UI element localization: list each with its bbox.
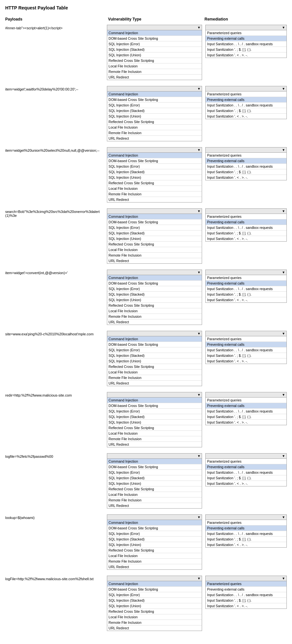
chevron-down-icon[interactable]: ▼ [197,271,201,274]
vulnerability-option[interactable]: URL Redirect [107,75,202,80]
remediation-dropdown[interactable]: ▼Parameterized queriesPreventing externa… [205,331,287,364]
vulnerability-option[interactable]: Reflected Cross Site Scripting [107,180,202,186]
vulnerability-dropdown[interactable]: ▼Command InjectionDOM-based Cross Site S… [107,576,202,631]
remediation-option[interactable]: Parameterized queries [206,275,286,281]
remediation-option[interactable]: Input Sanitization '. ; $. [ ]. ( ). [206,537,286,542]
chevron-down-icon[interactable]: ▼ [282,515,285,519]
vulnerability-option[interactable]: SQL Injection (Union) [107,420,202,425]
vulnerability-option[interactable]: DOM-based Cross Site Scripting [107,36,202,41]
vulnerability-option[interactable]: URL Redirect [107,625,202,631]
vulnerability-dropdown[interactable]: ▼Command InjectionDOM-based Cross Site S… [107,392,202,447]
chevron-down-icon[interactable]: ▼ [282,26,285,29]
remediation-option[interactable]: Input Sanitization '. ; $. [ ]. ( ). [206,169,286,175]
remediation-dropdown[interactable]: ▼Parameterized queriesPreventing externa… [205,453,287,486]
remediation-option[interactable]: Parameterized queries [206,336,286,342]
vulnerability-dropdown[interactable]: ▼Command InjectionDOM-based Cross Site S… [107,147,202,203]
remediation-dropdown[interactable]: ▼Parameterized queriesPreventing externa… [205,86,287,119]
vulnerability-option[interactable]: SQL Injection (Union) [107,297,202,303]
vulnerability-option[interactable]: SQL Injection (Stacked) [107,353,202,358]
vulnerability-option[interactable]: URL Redirect [107,319,202,325]
chevron-down-icon[interactable]: ▼ [282,209,285,213]
vulnerability-option[interactable]: Local File Inclusion [107,125,202,130]
remediation-option[interactable]: Preventing external calls [206,403,286,409]
remediation-option[interactable]: Input Sanitization . . \ . / . sandbox r… [206,41,286,47]
vulnerability-option[interactable]: SQL Injection (Error) [107,103,202,108]
vulnerability-option[interactable]: Command Injection [107,459,202,464]
vulnerability-option[interactable]: URL Redirect [107,442,202,447]
vulnerability-option[interactable]: Reflected Cross Site Scripting [107,425,202,431]
vulnerability-option[interactable]: Remote File Inclusion [107,620,202,625]
chevron-down-icon[interactable]: ▼ [197,332,201,335]
vulnerability-option[interactable]: Command Injection [107,153,202,158]
remediation-option[interactable]: Parameterized queries [206,459,286,464]
remediation-option[interactable]: Input Sanitization . . \ . / . sandbox r… [206,164,286,169]
chevron-down-icon[interactable]: ▼ [282,332,285,335]
vulnerability-option[interactable]: URL Redirect [107,258,202,263]
remediation-option[interactable]: Input Sanitization '. < . >. -. [206,236,286,241]
vulnerability-option[interactable]: Command Injection [107,336,202,342]
vulnerability-option[interactable]: SQL Injection (Error) [107,470,202,475]
chevron-down-icon[interactable]: ▼ [282,577,285,580]
remediation-option[interactable]: Input Sanitization '. ; $. [ ]. ( ). [206,598,286,603]
vulnerability-option[interactable]: SQL Injection (Stacked) [107,537,202,542]
vulnerability-option[interactable]: Local File Inclusion [107,553,202,559]
vulnerability-option[interactable]: SQL Injection (Error) [107,531,202,537]
remediation-dropdown[interactable]: ▼Parameterized queriesPreventing externa… [205,25,287,58]
vulnerability-option[interactable]: SQL Injection (Union) [107,236,202,242]
vulnerability-dropdown[interactable]: ▼Command InjectionDOM-based Cross Site S… [107,270,202,325]
vulnerability-dropdown[interactable]: ▼Command InjectionDOM-based Cross Site S… [107,331,202,386]
vulnerability-option[interactable]: SQL Injection (Error) [107,286,202,292]
remediation-option[interactable]: Input Sanitization '. ; $. [ ]. ( ). [206,47,286,52]
chevron-down-icon[interactable]: ▼ [197,393,201,397]
vulnerability-option[interactable]: DOM-based Cross Site Scripting [107,587,202,592]
remediation-option[interactable]: Input Sanitization . . \ . / . sandbox r… [206,103,286,108]
remediation-option[interactable]: Input Sanitization '. < . >. -. [206,542,286,547]
vulnerability-option[interactable]: SQL Injection (Error) [107,409,202,414]
remediation-option[interactable]: Parameterized queries [206,214,286,219]
vulnerability-option[interactable]: Command Injection [107,214,202,219]
remediation-option[interactable]: Input Sanitization . . \ . / . sandbox r… [206,409,286,414]
vulnerability-option[interactable]: Reflected Cross Site Scripting [107,364,202,370]
vulnerability-option[interactable]: SQL Injection (Stacked) [107,414,202,420]
vulnerability-option[interactable]: URL Redirect [107,564,202,569]
vulnerability-option[interactable]: URL Redirect [107,197,202,202]
vulnerability-option[interactable]: SQL Injection (Union) [107,114,202,119]
remediation-option[interactable]: Preventing external calls [206,36,286,41]
vulnerability-option[interactable]: SQL Injection (Stacked) [107,475,202,481]
vulnerability-option[interactable]: DOM-based Cross Site Scripting [107,464,202,470]
vulnerability-option[interactable]: Reflected Cross Site Scripting [107,58,202,63]
vulnerability-option[interactable]: Reflected Cross Site Scripting [107,119,202,125]
vulnerability-option[interactable]: SQL Injection (Error) [107,225,202,231]
remediation-option[interactable]: Input Sanitization '. ; $. [ ]. ( ). [206,353,286,358]
remediation-option[interactable]: Preventing external calls [206,342,286,347]
remediation-option[interactable]: Parameterized queries [206,91,286,97]
vulnerability-option[interactable]: Remote File Inclusion [107,497,202,503]
vulnerability-option[interactable]: Local File Inclusion [107,63,202,69]
remediation-dropdown[interactable]: ▼Parameterized queriesPreventing externa… [205,208,287,242]
remediation-option[interactable]: Parameterized queries [206,581,286,587]
vulnerability-option[interactable]: Command Injection [107,398,202,403]
remediation-option[interactable]: Input Sanitization . . \ . / . sandbox r… [206,592,286,598]
remediation-option[interactable]: Preventing external calls [206,464,286,470]
vulnerability-option[interactable]: SQL Injection (Union) [107,603,202,609]
vulnerability-option[interactable]: Local File Inclusion [107,370,202,375]
vulnerability-option[interactable]: Reflected Cross Site Scripting [107,548,202,553]
vulnerability-option[interactable]: Command Injection [107,30,202,36]
vulnerability-option[interactable]: SQL Injection (Union) [107,481,202,486]
vulnerability-option[interactable]: SQL Injection (Union) [107,175,202,180]
vulnerability-dropdown[interactable]: ▼Command InjectionDOM-based Cross Site S… [107,86,202,141]
chevron-down-icon[interactable]: ▼ [197,148,201,152]
vulnerability-option[interactable]: SQL Injection (Stacked) [107,231,202,236]
chevron-down-icon[interactable]: ▼ [282,87,285,91]
vulnerability-option[interactable]: SQL Injection (Stacked) [107,108,202,114]
vulnerability-option[interactable]: URL Redirect [107,136,202,141]
chevron-down-icon[interactable]: ▼ [197,454,201,458]
vulnerability-option[interactable]: DOM-based Cross Site Scripting [107,281,202,286]
vulnerability-option[interactable]: Reflected Cross Site Scripting [107,609,202,614]
vulnerability-option[interactable]: SQL Injection (Stacked) [107,598,202,603]
chevron-down-icon[interactable]: ▼ [282,271,285,274]
vulnerability-option[interactable]: SQL Injection (Error) [107,41,202,47]
remediation-option[interactable]: Preventing external calls [206,587,286,592]
remediation-option[interactable]: Preventing external calls [206,219,286,225]
vulnerability-option[interactable]: Reflected Cross Site Scripting [107,242,202,247]
